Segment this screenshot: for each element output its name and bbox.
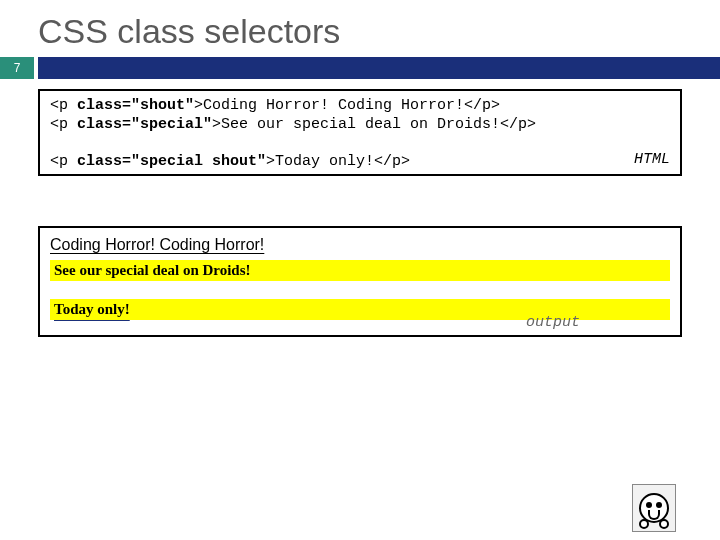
code-line-3: <p class="special shout">Today only!</p> <box>50 153 670 172</box>
language-label: HTML <box>634 151 670 170</box>
code-line-blank <box>50 135 670 154</box>
output-line-shout: Coding Horror! Coding Horror! <box>50 236 670 254</box>
coding-horror-icon <box>632 484 676 532</box>
code-block: <p class="shout">Coding Horror! Coding H… <box>38 89 682 176</box>
header-bar-fill <box>38 57 720 79</box>
code-line-1: <p class="shout">Coding Horror! Coding H… <box>50 97 670 116</box>
output-label: output <box>50 314 670 331</box>
header-bar: 7 <box>0 57 720 79</box>
output-block: Coding Horror! Coding Horror! See our sp… <box>38 226 682 337</box>
output-line-special: See our special deal on Droids! <box>50 260 670 281</box>
code-line-2: <p class="special">See our special deal … <box>50 116 670 135</box>
slide-title: CSS class selectors <box>0 0 720 57</box>
page-number-badge: 7 <box>0 57 34 79</box>
